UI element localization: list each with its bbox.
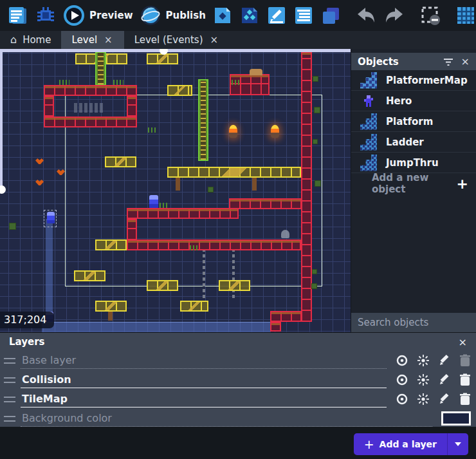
stem-tile[interactable] xyxy=(252,178,257,191)
edit-pencil-icon[interactable] xyxy=(438,373,451,386)
project-manager-button[interactable] xyxy=(5,3,30,28)
add-layer-button[interactable]: + Add a layer xyxy=(354,433,447,455)
add-new-object-button[interactable]: Add a new object + xyxy=(351,173,476,194)
red-tile[interactable] xyxy=(229,198,302,209)
clear-selection-button[interactable] xyxy=(418,3,443,28)
layer-row-background-color[interactable]: Background color xyxy=(0,409,476,428)
visibility-eye-icon[interactable] xyxy=(396,373,408,386)
red-tile[interactable] xyxy=(127,219,137,240)
edit-events-button[interactable] xyxy=(292,4,315,27)
grass-tile[interactable] xyxy=(160,203,167,208)
close-icon[interactable]: × xyxy=(461,55,470,68)
yellow-tile[interactable] xyxy=(180,301,208,312)
green-tile[interactable] xyxy=(312,269,317,274)
effects-icon[interactable] xyxy=(417,373,430,386)
green-tile[interactable] xyxy=(313,139,318,144)
torch-tile[interactable] xyxy=(229,125,237,138)
grass-tile[interactable] xyxy=(148,127,156,133)
effects-icon[interactable] xyxy=(417,393,430,406)
hero-tile[interactable] xyxy=(149,195,158,208)
beam-tile[interactable] xyxy=(46,219,53,322)
yellow-tile[interactable] xyxy=(167,85,192,96)
layer-name-field[interactable]: Background color xyxy=(21,411,432,427)
yellow-tile[interactable] xyxy=(95,239,127,250)
yellow-tile[interactable] xyxy=(74,270,105,281)
red-tile[interactable] xyxy=(44,96,54,117)
preview-button[interactable]: Preview xyxy=(62,3,134,28)
drag-handle-icon[interactable] xyxy=(4,416,15,422)
chain-tile[interactable] xyxy=(203,250,205,298)
green-tile[interactable] xyxy=(311,283,317,289)
stem-tile[interactable] xyxy=(176,178,180,191)
visibility-eye-icon[interactable] xyxy=(396,393,408,406)
layer-row-collision[interactable]: Collision xyxy=(0,370,476,389)
green-tile[interactable] xyxy=(314,107,320,113)
layers-list-button[interactable] xyxy=(319,4,342,27)
water-tile[interactable] xyxy=(42,322,271,332)
effects-icon[interactable] xyxy=(417,354,430,367)
add-layer-dropdown-button[interactable] xyxy=(447,433,468,455)
close-icon[interactable]: × xyxy=(209,34,220,46)
edit-pencil-icon[interactable] xyxy=(438,354,451,367)
bird-tile[interactable] xyxy=(57,169,65,175)
edit-pencil-icon[interactable] xyxy=(438,393,451,406)
layer-name-field[interactable]: Collision xyxy=(21,372,387,388)
layer-row-tilemap[interactable]: TileMap xyxy=(0,389,476,409)
grass-tile[interactable] xyxy=(232,80,241,85)
bird-tile[interactable] xyxy=(35,180,44,185)
object-item-ladder[interactable]: Ladder xyxy=(351,132,476,153)
object-item-hero[interactable]: Hero xyxy=(351,91,476,111)
grass-tile[interactable] xyxy=(190,245,197,250)
red-tile[interactable] xyxy=(301,52,312,322)
ghost-tile[interactable] xyxy=(281,230,289,238)
visibility-eye-icon[interactable] xyxy=(396,354,408,367)
delete-trash-icon[interactable] xyxy=(459,373,471,386)
hero-tile[interactable] xyxy=(47,212,55,223)
hat-tile[interactable] xyxy=(250,69,262,75)
red-tile[interactable] xyxy=(127,96,137,117)
debugger-button[interactable] xyxy=(33,3,58,28)
export-assets-button[interactable] xyxy=(211,4,234,27)
canvas-horizontal-scrollbar[interactable] xyxy=(0,49,351,52)
redo-button[interactable] xyxy=(382,5,407,26)
green-tile[interactable] xyxy=(9,223,16,230)
red-tile[interactable] xyxy=(127,239,301,250)
yellow-tile[interactable] xyxy=(105,156,136,167)
grass-tile[interactable] xyxy=(59,80,69,85)
drag-handle-icon[interactable] xyxy=(4,358,15,364)
close-icon[interactable]: × xyxy=(459,336,467,348)
layer-name-field[interactable]: TileMap xyxy=(21,391,387,407)
drag-handle-icon[interactable] xyxy=(4,397,15,402)
yellow-tile[interactable] xyxy=(95,301,127,312)
publish-button[interactable]: Publish xyxy=(138,3,207,28)
red-tile[interactable] xyxy=(127,208,239,219)
stem-tile[interactable] xyxy=(108,312,113,321)
undo-button[interactable] xyxy=(354,5,378,26)
greytext-tile[interactable] xyxy=(74,103,104,113)
grass-tile[interactable] xyxy=(113,80,124,85)
toggle-grid-button[interactable] xyxy=(454,4,476,27)
delete-trash-icon[interactable] xyxy=(459,393,471,406)
close-icon[interactable]: × xyxy=(103,34,114,46)
tab-home[interactable]: ⌂ Home xyxy=(0,31,61,49)
layer-name-field[interactable]: Base layer xyxy=(21,353,387,369)
object-item-platformermap[interactable]: PlatformerMap xyxy=(351,70,476,91)
red-tile[interactable] xyxy=(44,85,137,96)
search-objects-input[interactable] xyxy=(358,317,476,328)
objects-search-bar[interactable] xyxy=(351,313,476,332)
canvas-vertical-scrollbar[interactable] xyxy=(0,49,3,189)
green-tile[interactable] xyxy=(315,180,321,187)
drag-handle-icon[interactable] xyxy=(4,377,15,383)
bird-tile[interactable] xyxy=(35,158,44,164)
asset-store-button[interactable] xyxy=(238,4,261,27)
scene-canvas[interactable]: 317;204 xyxy=(0,49,351,332)
red-tile[interactable] xyxy=(270,322,281,332)
layer-row-base-layer[interactable]: Base layer xyxy=(0,351,476,370)
green-tile[interactable] xyxy=(208,187,214,192)
red-tile[interactable] xyxy=(270,311,302,322)
yellow-tile[interactable] xyxy=(147,280,178,291)
ladder-tile[interactable] xyxy=(95,52,106,86)
yellow-tile[interactable] xyxy=(147,53,178,64)
background-color-swatch[interactable] xyxy=(441,411,471,426)
edit-scene-button[interactable] xyxy=(265,4,288,27)
